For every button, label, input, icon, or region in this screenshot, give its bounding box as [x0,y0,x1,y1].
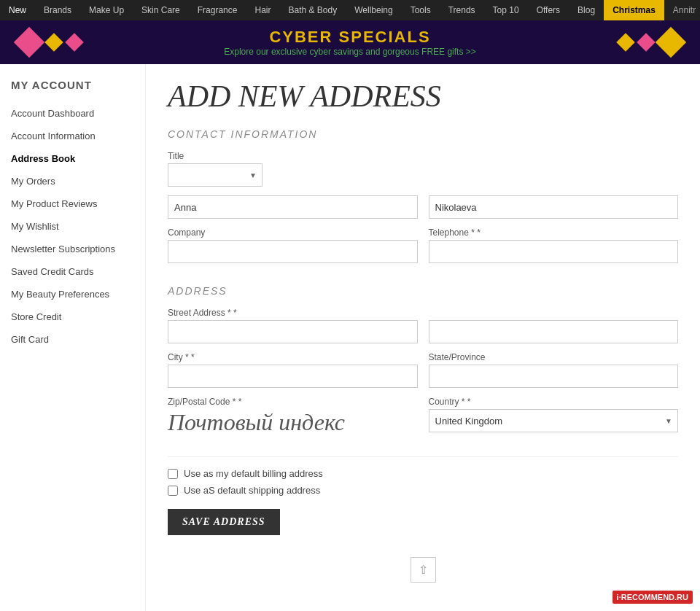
banner-content: CYBER SPECIALS Explore our exclusive cyb… [224,28,476,57]
scroll-up-area: ⇧ [168,546,678,594]
sidebar: MY ACCOUNT Account Dashboard Account Inf… [0,64,146,611]
options-section: Use as my default billing address Use aS… [168,456,678,546]
nav-item-brands[interactable]: Brands [35,0,80,20]
sidebar-item-beauty-prefs[interactable]: My Beauty Preferences [7,283,138,306]
shipping-checkbox-row: Use aS default shipping address [168,485,678,496]
billing-checkbox-row: Use as my default billing address [168,468,678,479]
sidebar-item-address-book[interactable]: Address Book [7,147,138,170]
sidebar-item-dashboard[interactable]: Account Dashboard [7,102,138,125]
billing-checkbox[interactable] [168,469,178,479]
nav-item-christmas[interactable]: Christmas [604,0,664,20]
nav-item-username: Annitr [664,0,700,20]
banner-free-text: FREE gifts >> [421,47,476,57]
city-group: City * * [168,352,418,388]
last-name-input[interactable] [429,195,679,219]
state-input[interactable] [429,365,679,388]
street1-group: Street Address * * [168,308,418,343]
address-section: ADDRESS Street Address * * Street 2 City… [168,285,678,442]
contact-section: CONTACT INFORMATION Title Mr Mrs Miss Ms… [168,128,678,263]
nav-item-skincare[interactable]: Skin Care [133,0,189,20]
sidebar-item-newsletter[interactable]: Newsletter Subscriptions [7,238,138,260]
banner-subtitle: Explore our exclusive cyber savings and … [224,47,476,57]
deco-diamond-2 [44,33,63,51]
country-label: Country * * [429,397,679,407]
city-label: City * * [168,352,418,362]
promo-banner: CYBER SPECIALS Explore our exclusive cyb… [0,20,700,64]
country-select-wrapper: United Kingdom United States France Germ… [429,409,679,432]
address-section-title: ADDRESS [168,285,678,297]
sidebar-item-reviews[interactable]: My Product Reviews [7,192,138,215]
nav-item-hair[interactable]: Hair [246,0,279,20]
name-row [168,195,678,219]
shipping-checkbox-label[interactable]: Use aS default shipping address [184,485,320,496]
state-group: State/Province [429,352,679,388]
nav-item-bath[interactable]: Bath & Body [279,0,346,20]
country-group: Country * * United Kingdom United States… [429,397,679,432]
street1-input[interactable] [168,320,418,343]
title-group: Title Mr Mrs Miss Ms Dr [168,151,262,187]
first-name-group [168,195,418,219]
street-row: Street Address * * Street 2 [168,308,678,343]
main-nav: New Brands Make Up Skin Care Fragrance H… [0,0,700,20]
street-label: Street Address * * [168,308,418,318]
company-input[interactable] [168,240,418,263]
zip-tooltip: Почтовый индекс [168,409,418,436]
sidebar-item-credit-cards[interactable]: Saved Credit Cards [7,260,138,283]
nav-item-blog[interactable]: Blog [569,0,604,20]
telephone-group: Telephone * * [429,227,679,263]
city-input[interactable] [168,365,418,388]
nav-item-top10[interactable]: Top 10 [484,0,528,20]
sidebar-item-wishlist[interactable]: My Wishlist [7,215,138,238]
nav-item-new[interactable]: New [0,0,35,20]
nav-item-offers[interactable]: Offers [528,0,569,20]
sidebar-title: MY ACCOUNT [7,79,138,91]
deco-diamond-1 [14,27,44,58]
title-label: Title [168,151,262,161]
deco-diamond-6 [656,27,686,58]
page-title: ADD NEW ADDRESS [168,79,678,114]
telephone-label: Telephone * * [429,227,679,238]
nav-item-trends[interactable]: Trends [440,0,484,20]
deco-diamond-3 [65,33,83,51]
last-name-group [429,195,679,219]
company-label: Company [168,227,418,238]
street2-group: Street 2 [429,308,679,343]
nav-item-makeup[interactable]: Make Up [80,0,133,20]
sidebar-item-info[interactable]: Account Information [7,125,138,147]
main-content: ADD NEW ADDRESS CONTACT INFORMATION Titl… [146,64,700,611]
first-name-input[interactable] [168,195,418,219]
telephone-input[interactable] [429,240,679,263]
street2-input[interactable] [429,320,679,343]
nav-item-fragrance[interactable]: Fragrance [189,0,246,20]
deco-diamond-5 [637,33,655,51]
scroll-up-button[interactable]: ⇧ [411,557,436,583]
title-select-wrapper: Mr Mrs Miss Ms Dr [168,163,262,187]
shipping-checkbox[interactable] [168,486,178,496]
banner-title: CYBER SPECIALS [224,28,476,47]
sidebar-item-store-credit[interactable]: Store Credit [7,306,138,328]
nav-item-tools[interactable]: Tools [402,0,440,20]
save-address-button[interactable]: SAVE ADDRESS [168,509,280,535]
sidebar-item-orders[interactable]: My Orders [7,170,138,192]
billing-checkbox-label[interactable]: Use as my default billing address [184,468,323,479]
watermark: i·RECOMMEND.RU [612,591,693,604]
zip-label: Zip/Postal Code * * [168,397,418,407]
company-group: Company [168,227,418,263]
title-select[interactable]: Mr Mrs Miss Ms Dr [168,163,262,187]
sidebar-item-gift-card[interactable]: Gift Card [7,328,138,351]
contact-section-title: CONTACT INFORMATION [168,128,678,140]
title-row: Title Mr Mrs Miss Ms Dr [168,151,678,187]
zip-country-row: Zip/Postal Code * * Почтовый индекс Coun… [168,397,678,442]
country-select[interactable]: United Kingdom United States France Germ… [429,409,679,432]
page-wrapper: MY ACCOUNT Account Dashboard Account Inf… [0,64,700,611]
zip-group: Zip/Postal Code * * Почтовый индекс [168,397,418,442]
city-state-row: City * * State/Province [168,352,678,388]
deco-diamond-4 [616,33,634,51]
state-label: State/Province [429,352,679,362]
company-phone-row: Company Telephone * * [168,227,678,263]
nav-item-wellbeing[interactable]: Wellbeing [346,0,401,20]
